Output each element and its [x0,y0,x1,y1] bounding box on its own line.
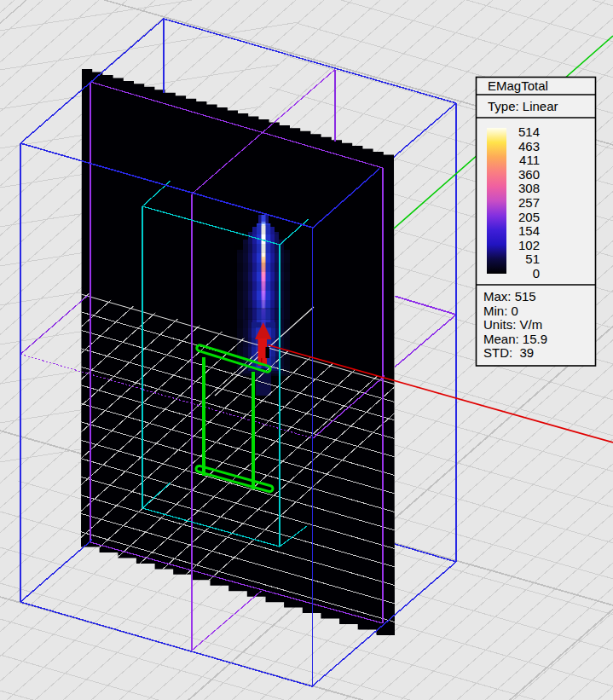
svg-text:360: 360 [518,167,540,182]
svg-text:EMagTotal: EMagTotal [488,78,548,93]
svg-text:Min: 0: Min: 0 [483,304,518,318]
svg-text:Mean: 15.9: Mean: 15.9 [483,332,547,346]
svg-text:Type: Linear: Type: Linear [488,99,558,113]
svg-text:51: 51 [525,252,540,266]
svg-text:154: 154 [518,223,540,238]
svg-text:514: 514 [518,124,540,139]
svg-text:0: 0 [533,266,540,281]
svg-text:Max: 515: Max: 515 [483,289,536,304]
svg-text:Units: V/m: Units: V/m [483,317,542,332]
svg-text:463: 463 [518,139,540,153]
svg-text:411: 411 [519,153,540,167]
svg-text:257: 257 [518,195,540,210]
svg-text:205: 205 [518,210,540,224]
svg-text:102: 102 [518,238,540,252]
svg-text:308: 308 [518,181,540,195]
svg-text:STD: 39: STD: 39 [483,345,534,360]
